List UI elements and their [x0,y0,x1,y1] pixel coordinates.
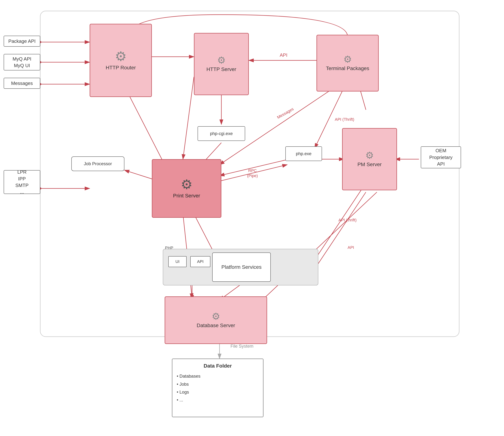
messages-node: Messages [4,78,40,89]
data-folder-node: Data Folder • Databases • Jobs • Logs • … [172,359,263,417]
myq-api-node: MyQ API MyQ UI [4,54,40,71]
php-cgi-node: php-cgi.exe [198,126,245,141]
data-folder-title: Data Folder [204,363,232,369]
job-processor-label: Job Processor [84,161,112,166]
svg-line-28 [311,183,366,265]
php-api-node: API [190,256,210,267]
http-router-node: ⚙ HTTP Router [90,24,152,97]
php-exe-label: php.exe [296,151,311,156]
php-group-label: PHP [165,245,173,250]
php-cgi-label: php-cgi.exe [210,131,233,136]
http-router-label: HTTP Router [106,64,136,71]
http-server-label: HTTP Server [207,66,236,73]
data-folder-item-1: • Databases [177,372,200,380]
svg-text:(Pipe): (Pipe) [247,173,258,178]
svg-text:File System: File System [231,344,253,349]
print-server-node: ⚙ Print Server [152,159,221,218]
pm-server-label: PM Server [358,161,382,168]
pm-server-gear-icon: ⚙ [365,151,374,160]
svg-line-13 [183,77,194,159]
pm-server-node: ⚙ PM Server [342,128,397,190]
oem-label: OEM Proprietary API [429,147,452,167]
php-ui-label: UI [175,259,180,264]
print-server-gear-icon: ⚙ [181,178,193,191]
platform-services-label: Platform Services [221,264,261,270]
svg-text:API: API [348,245,354,250]
terminal-packages-label: Terminal Packages [326,65,369,72]
package-api-label: Package API [9,38,36,45]
http-server-gear-icon: ⚙ [217,55,226,65]
data-folder-item-4: • ... [177,396,183,404]
svg-line-14 [128,93,165,165]
package-api-node: Package API [4,36,40,47]
database-server-node: ⚙ Database Server [165,296,267,344]
lpr-label: LPR IPP SMTP ... [15,169,28,195]
database-server-gear-icon: ⚙ [212,312,220,321]
svg-text:API (Thrift): API (Thrift) [335,117,354,122]
svg-text:Messages: Messages [276,107,294,120]
php-exe-node: php.exe [285,146,322,161]
platform-services-node: Platform Services [212,253,271,282]
lpr-node: LPR IPP SMTP ... [4,170,40,194]
http-server-node: ⚙ HTTP Server [194,33,249,95]
terminal-packages-node: ⚙ Terminal Packages [316,35,379,91]
messages-label: Messages [11,80,33,87]
database-server-label: Database Server [197,322,235,329]
svg-line-17 [220,165,287,181]
print-server-label: Print Server [173,192,200,199]
svg-line-30 [311,192,366,274]
php-ui-node: UI [168,256,187,267]
diagram-container: API RPC (Pipe) API (Thrift) Messages [0,0,504,436]
terminal-packages-gear-icon: ⚙ [343,54,352,64]
oem-node: OEM Proprietary API [421,146,461,168]
http-router-gear-icon: ⚙ [115,50,127,63]
data-folder-item-3: • Logs [177,388,189,396]
svg-text:API: API [280,52,288,58]
job-processor-node: Job Processor [71,156,124,171]
php-api-label: API [197,259,203,264]
svg-line-16 [220,159,289,176]
svg-text:RPC: RPC [248,168,257,173]
data-folder-item-2: • Jobs [177,380,189,388]
myq-api-label: MyQ API MyQ UI [13,56,31,69]
